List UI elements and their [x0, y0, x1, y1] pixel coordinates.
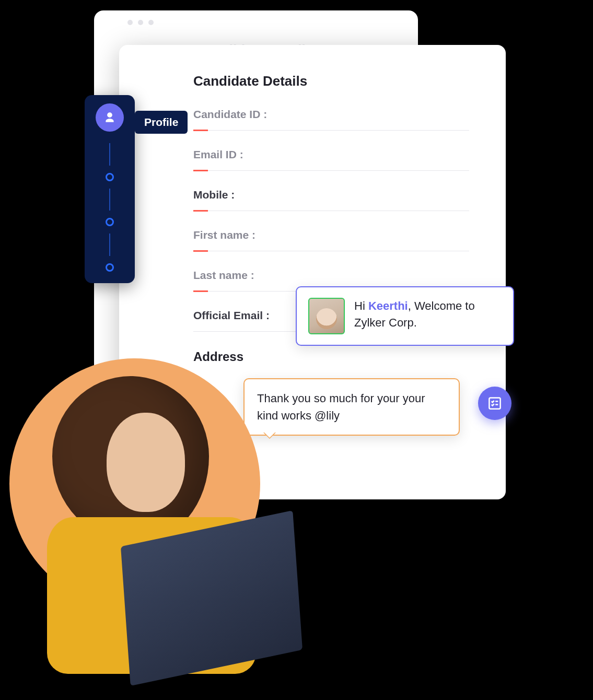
required-indicator: [193, 290, 208, 292]
checklist-fab[interactable]: [478, 387, 511, 420]
wizard-step-tooltip: Profile: [135, 111, 188, 134]
window-dot: [148, 20, 154, 25]
chat-highlight-name: Keerthi: [368, 299, 408, 312]
wizard-step-4[interactable]: [106, 263, 114, 272]
wizard-step-profile[interactable]: [96, 103, 124, 132]
field-label: Candidate ID :: [193, 108, 469, 121]
field-label: First name :: [193, 229, 469, 241]
field-candidate-id[interactable]: Candidate ID :: [193, 108, 469, 131]
svg-rect-0: [489, 398, 500, 409]
wizard-stepper: [85, 95, 135, 283]
wizard-connector: [109, 143, 110, 166]
decorative-person-photo: [10, 334, 307, 669]
field-label: Email ID :: [193, 148, 469, 161]
form-title: Candidate Details: [193, 73, 469, 89]
field-underline: [193, 251, 469, 251]
chat-bubble-welcome: Hi Keerthi, Welcome to Zylker Corp.: [296, 286, 514, 346]
wizard-step-2[interactable]: [106, 173, 114, 181]
wizard-step-3[interactable]: [106, 218, 114, 226]
field-first-name[interactable]: First name :: [193, 229, 469, 251]
field-underline: [193, 211, 469, 211]
field-email-id[interactable]: Email ID :: [193, 148, 469, 171]
window-dot: [138, 20, 143, 25]
field-label: Mobile :: [193, 189, 469, 201]
required-indicator: [193, 170, 208, 171]
wizard-connector: [109, 234, 110, 256]
chat-text-prefix: Hi: [354, 299, 368, 312]
field-label: Last name :: [193, 269, 469, 282]
required-indicator: [193, 250, 208, 252]
field-underline: [193, 170, 469, 171]
wizard-connector: [109, 189, 110, 211]
window-controls: [127, 20, 154, 25]
required-indicator: [193, 130, 208, 131]
window-dot: [127, 20, 133, 25]
avatar: [308, 298, 345, 334]
required-indicator: [193, 210, 208, 212]
chat-message: Hi Keerthi, Welcome to Zylker Corp.: [354, 298, 502, 331]
field-mobile[interactable]: Mobile :: [193, 189, 469, 211]
checklist-icon: [487, 395, 503, 411]
field-underline: [193, 130, 469, 131]
person-icon: [103, 111, 117, 124]
